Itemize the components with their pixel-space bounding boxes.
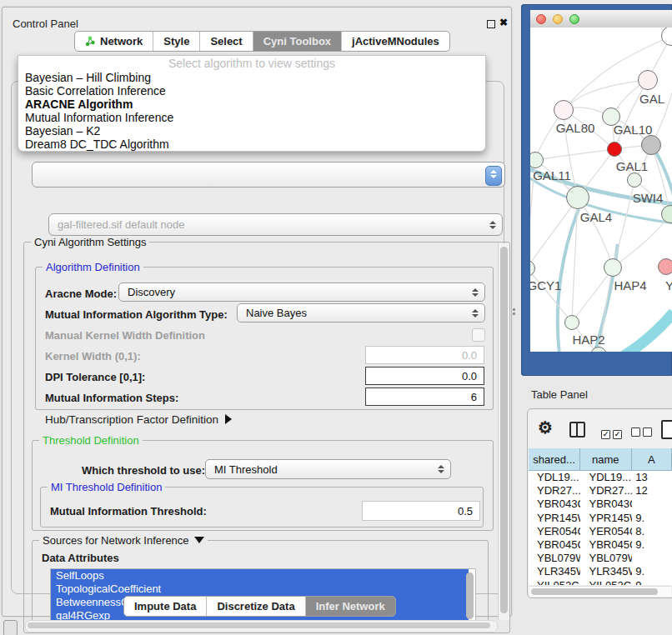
node-label-gal80: GAL80 bbox=[556, 121, 595, 135]
network-window-frame[interactable]: GALGAL80GAL10GAL1GAL11SWI4GAL4GCY1HAP4YH… bbox=[521, 4, 672, 376]
infer-network-tab-content: gal-filtered.sif default node Cyni Algor… bbox=[11, 81, 504, 594]
bottom-tab-bar: Impute DataDiscretize DataInfer Network bbox=[123, 596, 396, 617]
table-panel-title: Table Panel bbox=[531, 388, 588, 401]
tab-network[interactable]: Network bbox=[75, 32, 153, 51]
table-row[interactable]: YBR045CYBR045C9. bbox=[529, 538, 672, 552]
column-header-shared[interactable]: shared... bbox=[529, 448, 580, 471]
mi-threshold-label: Mutual Information Threshold: bbox=[50, 505, 207, 518]
table-data-combobox[interactable]: gal-filtered.sif default node bbox=[48, 213, 503, 236]
network-node-gal1[interactable] bbox=[607, 142, 622, 157]
dropdown-item-dream8-dc-tdc-algorithm[interactable]: Dream8 DC_TDC Algorithm bbox=[18, 138, 485, 151]
aracne-mode-combobox[interactable]: Discovery bbox=[118, 282, 485, 302]
mi-algorithm-type-combobox[interactable]: Naive Bayes bbox=[237, 303, 485, 322]
table-cell: YBR045C bbox=[580, 538, 632, 552]
tab-label: Select bbox=[210, 35, 242, 48]
table-cell: 8. bbox=[632, 525, 672, 538]
tab-discretize-data[interactable]: Discretize Data bbox=[206, 597, 304, 616]
network-node-hap4[interactable] bbox=[604, 258, 622, 277]
network-node[interactable] bbox=[641, 135, 661, 155]
minimize-light[interactable] bbox=[553, 14, 563, 24]
network-node-gal[interactable] bbox=[638, 70, 658, 90]
table-cell: YBL079W bbox=[580, 552, 632, 565]
table-cell: YDL19... bbox=[529, 471, 580, 484]
data-attributes-label: Data Attributes bbox=[42, 552, 119, 564]
node-table[interactable]: shared...nameA YDL19...YDL19...13YDR27..… bbox=[529, 448, 672, 585]
hub-tf-definition-label: Hub/Transcription Factor Definition bbox=[45, 413, 218, 426]
tab-label: jActiveMNodules bbox=[352, 35, 439, 48]
table-cell: 9. bbox=[632, 538, 672, 552]
network-node-y[interactable] bbox=[658, 258, 672, 275]
dropdown-item-basic-correlation-inference[interactable]: Basic Correlation Inference bbox=[18, 84, 485, 98]
float-window-icon[interactable] bbox=[487, 20, 495, 28]
table-row[interactable]: YDL19...YDL19...13 bbox=[529, 471, 672, 484]
attribute-item-topologicalcoefficient[interactable]: TopologicalCoefficient bbox=[51, 582, 469, 596]
column-header-a[interactable]: A bbox=[632, 448, 672, 471]
table-cell: 9. bbox=[632, 512, 672, 525]
which-threshold-label: Which threshold to use: bbox=[82, 464, 205, 477]
table-row[interactable]: YIL052CYIL052C9 bbox=[529, 579, 672, 586]
settings-horizontal-scrollbar[interactable] bbox=[25, 620, 498, 632]
tab-select[interactable]: Select bbox=[199, 32, 252, 51]
combo-stepper-focused bbox=[485, 166, 502, 186]
tab-impute-data[interactable]: Impute Data bbox=[124, 597, 206, 616]
combo-stepper-icon bbox=[472, 288, 479, 297]
table-data-combobox-value: gal-filtered.sif default node bbox=[58, 218, 184, 231]
combo-stepper-icon bbox=[489, 221, 496, 229]
mi-steps-field[interactable]: 6 bbox=[365, 388, 484, 406]
gear-icon[interactable]: ⚙ bbox=[538, 418, 553, 438]
top-tab-bar: NetworkStyleSelectCyni ToolboxjActiveMNo… bbox=[74, 31, 450, 52]
list-scrollbar-thumb[interactable] bbox=[466, 572, 474, 619]
column-header-name[interactable]: name bbox=[580, 448, 631, 471]
close-light[interactable] bbox=[536, 14, 546, 24]
manual-kernel-width-label: Manual Kernel Width Definition bbox=[45, 329, 205, 342]
network-window-titlebar[interactable] bbox=[530, 10, 672, 28]
mi-algorithm-type-label: Mutual Information Algorithm Type: bbox=[45, 308, 228, 321]
hub-tf-definition-toggle[interactable]: Hub/Transcription Factor Definition bbox=[45, 413, 232, 426]
columns-icon[interactable] bbox=[569, 422, 585, 438]
tab-cyni-toolbox[interactable]: Cyni Toolbox bbox=[253, 32, 341, 51]
manual-kernel-width-checkbox[interactable] bbox=[472, 328, 485, 342]
attribute-item-selfloops[interactable]: SelfLoops bbox=[51, 569, 469, 582]
table-row[interactable]: YDR27...YDR27...12 bbox=[529, 484, 672, 498]
table-row[interactable]: YER054CYER054C8. bbox=[529, 525, 672, 538]
tab-style[interactable]: Style bbox=[153, 32, 199, 51]
unchecked-columns-icon[interactable] bbox=[631, 425, 654, 440]
table-panel-window: ⚙ ✓✓ shared...nameA YDL19...YDL19...13YD… bbox=[527, 408, 672, 598]
zoom-light[interactable] bbox=[569, 14, 579, 24]
table-row[interactable]: YPR145WYPR145W9. bbox=[529, 512, 672, 525]
settings-vertical-scrollbar[interactable] bbox=[498, 243, 509, 620]
cyni-algorithm-settings-title: Cyni Algorithm Settings bbox=[31, 236, 149, 248]
checked-columns-icon[interactable]: ✓✓ bbox=[601, 425, 624, 440]
table-row[interactable]: YBL079WYBL079W bbox=[529, 552, 672, 565]
combo-stepper-icon bbox=[472, 309, 479, 318]
tab-infer-network[interactable]: Infer Network bbox=[305, 597, 395, 616]
tab-jactivemnodules[interactable]: jActiveMNodules bbox=[341, 32, 449, 51]
which-threshold-combobox[interactable]: MI Threshold bbox=[205, 459, 451, 479]
algorithm-select-combobox[interactable] bbox=[32, 162, 505, 188]
sources-title[interactable]: Sources for Network Inference bbox=[39, 534, 208, 547]
minimized-panel-stub[interactable] bbox=[3, 620, 18, 635]
dropdown-item-bayesian-hill-climbing[interactable]: Bayesian – Hill Climbing bbox=[18, 71, 485, 84]
aracne-mode-label: Aracne Mode: bbox=[45, 288, 117, 300]
dpi-tolerance-field[interactable]: 0.0 bbox=[365, 367, 484, 385]
table-cell: YPR145W bbox=[529, 512, 580, 525]
close-panel-icon[interactable]: ✖ bbox=[499, 17, 508, 28]
mi-threshold-field[interactable]: 0.5 bbox=[362, 501, 480, 521]
tab-label: Network bbox=[100, 35, 143, 48]
pane-splitter-handle[interactable] bbox=[512, 307, 517, 317]
table-cell: YBR043C bbox=[529, 498, 580, 511]
network-node-gal4[interactable] bbox=[566, 186, 589, 209]
kernel-width-field[interactable]: 0.0 bbox=[365, 346, 484, 364]
network-node-hap2[interactable] bbox=[564, 315, 579, 330]
table-row[interactable]: YBR043CYBR043C bbox=[529, 498, 672, 511]
network-node-swi4[interactable] bbox=[627, 172, 642, 188]
table-row[interactable]: YLR345WYLR345W9. bbox=[529, 565, 672, 578]
dropdown-item-mutual-information-inference[interactable]: Mutual Information Inference bbox=[18, 111, 485, 124]
table-horizontal-scrollbar[interactable] bbox=[529, 586, 671, 597]
network-node-gal80[interactable] bbox=[554, 100, 574, 120]
network-canvas[interactable]: GALGAL80GAL10GAL1GAL11SWI4GAL4GCY1HAP4YH… bbox=[530, 28, 672, 352]
tab-label: Impute Data bbox=[134, 600, 196, 612]
dropdown-item-bayesian-k2[interactable]: Bayesian – K2 bbox=[18, 124, 485, 138]
dropdown-item-aracne-algorithm[interactable]: ARACNE Algorithm bbox=[18, 98, 485, 111]
document-icon[interactable] bbox=[661, 420, 672, 439]
